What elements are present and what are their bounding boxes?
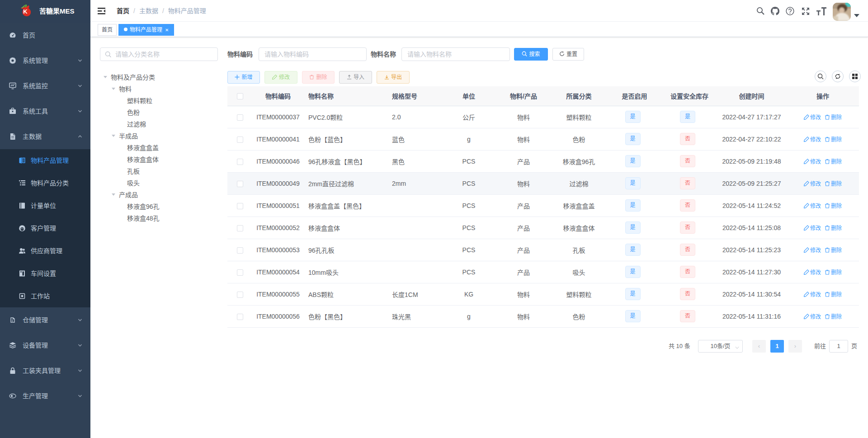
svg-text:K: K [23, 8, 28, 15]
